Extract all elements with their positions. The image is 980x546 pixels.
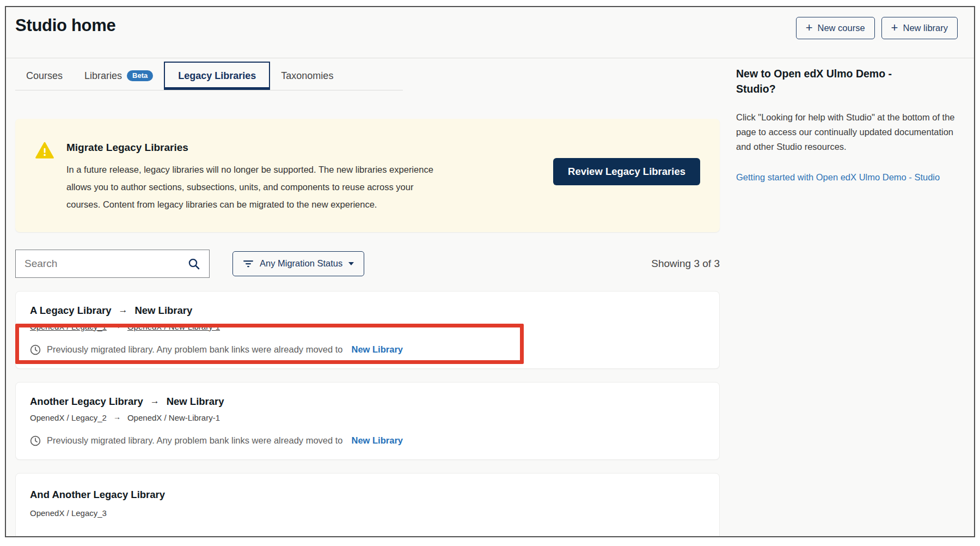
search-input[interactable] bbox=[24, 258, 187, 270]
library-title: And Another Legacy Library bbox=[30, 489, 165, 501]
library-toolbar: Any Migration Status Showing 3 of 3 bbox=[15, 250, 720, 278]
chevron-down-icon bbox=[348, 262, 354, 265]
help-sidebar: New to Open edX Ulmo Demo - Studio? Clic… bbox=[736, 58, 969, 537]
migration-status-row: Previously migrated library. Any problem… bbox=[30, 344, 705, 355]
tab-courses[interactable]: Courses bbox=[15, 62, 74, 90]
source-library-key: OpenedX / Legacy_2 bbox=[30, 413, 107, 422]
library-key-row: OpenedX / Legacy_2 → OpenedX / New-Libra… bbox=[30, 413, 705, 422]
library-title-row: A Legacy Library → New Library bbox=[30, 305, 705, 317]
page-title: Studio home bbox=[15, 16, 115, 35]
migration-status-row: Previously migrated library. Any problem… bbox=[30, 435, 705, 446]
search-box bbox=[15, 250, 210, 278]
library-title: Another Legacy Library bbox=[30, 396, 143, 408]
migration-status-text: Previously migrated library. Any problem… bbox=[47, 435, 343, 446]
target-library-key: OpenedX / New-Library-1 bbox=[127, 413, 220, 422]
library-title-row: And Another Legacy Library bbox=[30, 489, 705, 501]
getting-started-link[interactable]: Getting started with Open edX Ulmo Demo … bbox=[736, 167, 948, 187]
library-key-row: OpenedX / Legacy_1 → OpenedX / New-Libra… bbox=[30, 322, 705, 331]
studio-home-window: Studio home + New course + New library C… bbox=[5, 6, 975, 537]
library-title: A Legacy Library bbox=[30, 305, 111, 317]
search-icon[interactable] bbox=[187, 257, 200, 270]
page-header: Studio home + New course + New library bbox=[6, 7, 974, 39]
migrate-alert: Migrate Legacy Libraries In a future rel… bbox=[15, 119, 720, 232]
tab-libraries[interactable]: Libraries Beta bbox=[74, 62, 164, 90]
migration-status-text: Previously migrated library. Any problem… bbox=[47, 344, 343, 355]
main-column: Courses Libraries Beta Legacy Libraries … bbox=[15, 58, 720, 537]
library-card-legacy-3[interactable]: And Another Legacy Library OpenedX / Leg… bbox=[15, 473, 720, 537]
header-actions: + New course + New library bbox=[796, 17, 958, 39]
migrated-library-title: New Library bbox=[134, 305, 192, 317]
sidebar-help-text: Click "Looking for help with Studio" at … bbox=[736, 110, 960, 155]
target-library-key: OpenedX / New-Library-1 bbox=[127, 322, 220, 331]
filter-icon bbox=[243, 259, 254, 268]
library-key-row: OpenedX / Legacy_3 bbox=[30, 508, 705, 518]
library-title-row: Another Legacy Library → New Library bbox=[30, 396, 705, 408]
tab-legacy-libraries[interactable]: Legacy Libraries bbox=[164, 62, 270, 90]
new-course-button[interactable]: + New course bbox=[796, 17, 875, 39]
tab-bar: Courses Libraries Beta Legacy Libraries … bbox=[15, 62, 403, 90]
clock-icon bbox=[30, 344, 41, 355]
alert-title: Migrate Legacy Libraries bbox=[66, 142, 448, 154]
new-library-label: New library bbox=[903, 23, 948, 33]
tab-taxonomies[interactable]: Taxonomies bbox=[270, 62, 344, 90]
source-library-key: OpenedX / Legacy_3 bbox=[30, 508, 107, 518]
new-library-button[interactable]: + New library bbox=[881, 17, 958, 39]
arrow-right-icon: → bbox=[150, 396, 160, 407]
results-count: Showing 3 of 3 bbox=[651, 258, 720, 270]
beta-badge: Beta bbox=[127, 70, 153, 81]
filter-label: Any Migration Status bbox=[260, 258, 342, 269]
library-card-legacy-1[interactable]: A Legacy Library → New Library OpenedX /… bbox=[15, 291, 720, 369]
migration-status-filter[interactable]: Any Migration Status bbox=[232, 251, 364, 276]
new-library-link[interactable]: New Library bbox=[352, 344, 403, 355]
new-course-label: New course bbox=[817, 23, 865, 33]
plus-icon: + bbox=[891, 22, 898, 34]
arrow-right-icon: → bbox=[113, 412, 121, 421]
sidebar-heading: New to Open edX Ulmo Demo - Studio? bbox=[736, 66, 916, 97]
arrow-right-icon: → bbox=[113, 321, 121, 330]
warning-icon bbox=[35, 142, 54, 159]
source-library-key: OpenedX / Legacy_1 bbox=[30, 322, 107, 331]
library-card-legacy-2[interactable]: Another Legacy Library → New Library Ope… bbox=[15, 382, 720, 460]
plus-icon: + bbox=[806, 22, 813, 34]
review-legacy-libraries-button[interactable]: Review Legacy Libraries bbox=[553, 158, 700, 185]
arrow-right-icon: → bbox=[118, 305, 127, 316]
clock-icon bbox=[30, 435, 41, 446]
library-list: A Legacy Library → New Library OpenedX /… bbox=[15, 291, 720, 537]
new-library-link[interactable]: New Library bbox=[352, 435, 403, 446]
migrated-library-title: New Library bbox=[167, 396, 224, 408]
alert-body: In a future release, legacy libraries wi… bbox=[66, 161, 442, 214]
